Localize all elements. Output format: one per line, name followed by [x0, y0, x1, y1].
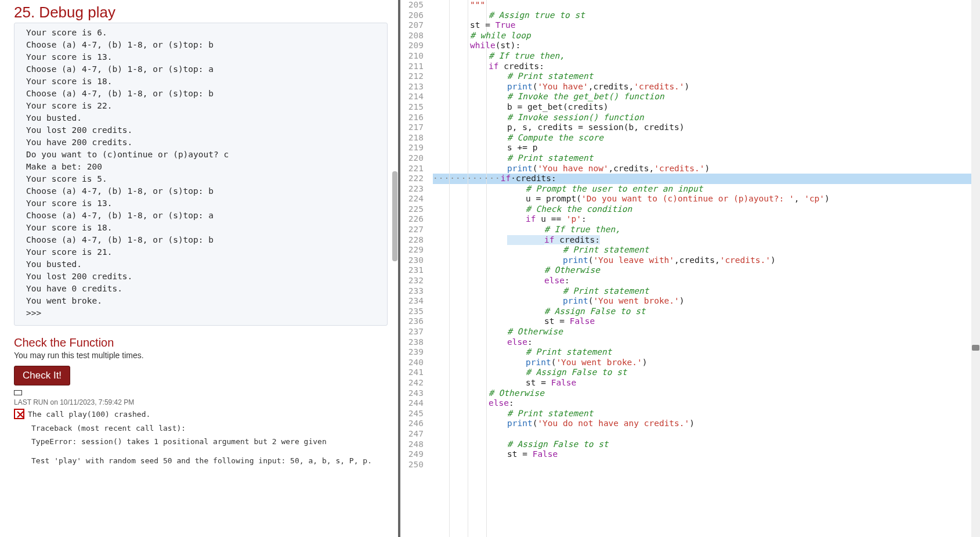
check-heading: Check the Function [14, 336, 388, 349]
line-number: 208 [400, 31, 424, 41]
line-number: 227 [400, 225, 424, 235]
code-line[interactable]: # while loop [433, 31, 980, 41]
collapse-toggle-icon[interactable] [14, 390, 22, 395]
code-line[interactable]: print('You have',credits,'credits.') [433, 82, 980, 92]
line-number: 246 [400, 419, 424, 429]
code-line[interactable]: while(st): [433, 41, 980, 51]
code-line[interactable]: if credits: [433, 235, 980, 246]
exercise-title: 25. Debug play [14, 3, 388, 21]
code-line[interactable] [433, 429, 980, 439]
code-line[interactable]: # Assign true to st [433, 10, 980, 21]
code-line[interactable]: else: [433, 398, 980, 409]
code-line[interactable]: # Assign False to st [433, 439, 980, 450]
error-test-line: Test 'play' with random seed 50 and the … [31, 456, 388, 465]
line-number: 231 [400, 265, 424, 276]
error-typeerror: TypeError: session() takes 1 positional … [31, 437, 388, 446]
line-number: 211 [400, 62, 424, 72]
code-line[interactable]: st = False [433, 316, 980, 327]
line-number: 210 [400, 51, 424, 62]
line-number: 237 [400, 327, 424, 337]
code-line[interactable]: # Print statement [433, 245, 980, 255]
line-number: 228 [400, 235, 424, 246]
line-number: 224 [400, 194, 424, 204]
line-number: 239 [400, 347, 424, 358]
line-number: 240 [400, 358, 424, 368]
code-line[interactable]: print('You do not have any credits.') [433, 419, 980, 429]
code-line[interactable]: """ [433, 0, 980, 10]
line-number: 244 [400, 398, 424, 409]
code-line[interactable]: b = get_bet(credits) [433, 102, 980, 113]
line-number: 245 [400, 409, 424, 419]
line-number: 222 [400, 174, 424, 184]
check-it-button[interactable]: Check It! [14, 366, 70, 385]
code-line[interactable]: # Compute the score [433, 133, 980, 143]
code-line[interactable]: s += p [433, 143, 980, 153]
line-number-gutter: 2052062072082092102112122132142152162172… [400, 0, 431, 537]
line-number: 225 [400, 204, 424, 215]
code-line[interactable]: if u == 'p': [433, 214, 980, 225]
line-number: 236 [400, 316, 424, 327]
code-line[interactable]: u = prompt('Do you want to (c)ontinue or… [433, 194, 980, 204]
line-number: 226 [400, 214, 424, 225]
code-line[interactable]: else: [433, 276, 980, 286]
line-number: 232 [400, 276, 424, 286]
code-line[interactable]: # Invoke the get_bet() function [433, 92, 980, 102]
code-line[interactable]: st = True [433, 20, 980, 31]
code-line[interactable]: p, s, credits = session(b, credits) [433, 122, 980, 133]
code-line[interactable]: # Print statement [433, 71, 980, 82]
line-number: 233 [400, 286, 424, 297]
code-line[interactable]: # Print statement [433, 347, 980, 358]
code-line[interactable]: ············if·credits: [433, 174, 980, 184]
code-line[interactable]: # If true then, [433, 51, 980, 62]
line-number: 213 [400, 82, 424, 92]
right-scrollbar-thumb[interactable] [972, 345, 979, 351]
code-line[interactable]: st = False [433, 449, 980, 460]
code-line[interactable]: print('You leave with',credits,'credits.… [433, 255, 980, 266]
code-line[interactable]: st = False [433, 378, 980, 388]
code-line[interactable]: # Otherwise [433, 388, 980, 399]
line-number: 235 [400, 307, 424, 317]
code-line[interactable]: # Otherwise [433, 327, 980, 337]
code-area[interactable]: """# Assign true to stst = True# while l… [431, 0, 980, 537]
line-number: 247 [400, 429, 424, 439]
line-number: 229 [400, 245, 424, 255]
line-number: 209 [400, 41, 424, 51]
line-number: 230 [400, 255, 424, 266]
line-number: 218 [400, 133, 424, 143]
line-number: 216 [400, 113, 424, 123]
code-line[interactable]: # Print statement [433, 153, 980, 164]
line-number: 242 [400, 378, 424, 388]
code-line[interactable]: # Invoke session() function [433, 113, 980, 123]
code-line[interactable]: print('You went broke.') [433, 296, 980, 307]
line-number: 221 [400, 164, 424, 174]
left-pane: 25. Debug play Your score is 6. Choose (… [0, 0, 400, 537]
code-line[interactable]: # Otherwise [433, 265, 980, 276]
code-line[interactable]: if credits: [433, 62, 980, 72]
line-number: 249 [400, 449, 424, 460]
line-number: 215 [400, 102, 424, 113]
right-scrollbar[interactable] [971, 0, 980, 537]
code-line[interactable]: # Prompt the user to enter an input [433, 184, 980, 194]
code-line[interactable]: print('You have now',credits,'credits.') [433, 164, 980, 174]
left-scrollbar-thumb[interactable] [392, 171, 397, 261]
code-line[interactable] [433, 460, 980, 470]
fail-cross-icon [14, 409, 24, 419]
code-line[interactable]: else: [433, 337, 980, 348]
line-number: 243 [400, 388, 424, 399]
line-number: 234 [400, 296, 424, 307]
code-line[interactable]: # Print statement [433, 409, 980, 419]
console-output: Your score is 6. Choose (a) 4-7, (b) 1-8… [14, 23, 388, 326]
code-line[interactable]: print('You went broke.') [433, 358, 980, 368]
code-line[interactable]: # Assign False to st [433, 367, 980, 378]
code-line[interactable]: # If true then, [433, 225, 980, 235]
code-line[interactable]: # Check the condition [433, 204, 980, 215]
line-number: 241 [400, 367, 424, 378]
error-first-line: The call play(100) crashed. [28, 410, 150, 419]
line-number: 238 [400, 337, 424, 348]
line-number: 206 [400, 10, 424, 21]
code-editor[interactable]: 2052062072082092102112122132142152162172… [400, 0, 980, 537]
line-number: 250 [400, 460, 424, 470]
code-line[interactable]: # Print statement [433, 286, 980, 297]
code-line[interactable]: # Assign False to st [433, 307, 980, 317]
error-traceback: Traceback (most recent call last): [31, 424, 388, 433]
